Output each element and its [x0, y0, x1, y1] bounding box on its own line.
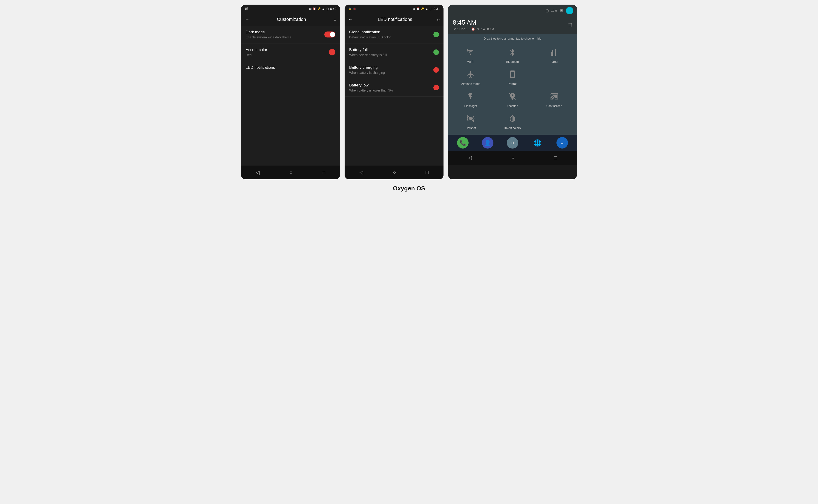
led-notifications-item[interactable]: LED notifications [241, 61, 340, 75]
qs-bluetooth[interactable]: Bluetooth [492, 45, 534, 67]
dark-mode-toggle[interactable] [324, 31, 335, 37]
qs-cast[interactable]: Cast screen [534, 89, 575, 111]
phone2-title: LED notifications [356, 17, 434, 22]
phone3-save-icon[interactable]: ⬚ [568, 22, 572, 28]
global-notification-dot[interactable] [434, 32, 439, 37]
phone2-wifi-icon: ▲ [426, 7, 428, 10]
photo-icon: 🖼 [245, 7, 248, 11]
dock-phone[interactable]: 📞 [457, 137, 469, 149]
phone2-lock-icon: 🔒 [348, 7, 351, 10]
phone1: 🖼 ▦ ⏰ 🔑 ▲ ◯ 8:40 ← Customization ⌕ Dark … [241, 5, 340, 179]
phone2-recent-nav[interactable]: □ [426, 169, 429, 175]
phone2-alarm-icon: ⏰ [417, 7, 420, 10]
battery-icon: ◯ [326, 7, 329, 10]
invert-label: Invert colors [505, 126, 521, 130]
battery-charging-title: Battery charging [349, 65, 434, 70]
qs-location[interactable]: Location [492, 89, 534, 111]
global-notification-subtitle: Default notification LED color [349, 35, 434, 39]
dock-chrome[interactable]: 🌐 [532, 137, 543, 149]
accent-color-subtitle: Red [246, 53, 329, 57]
battery-full-item[interactable]: Battery full When device battery is full [344, 43, 444, 61]
qs-portrait[interactable]: Portrait [492, 67, 534, 89]
dock-notes[interactable]: ≡ [557, 137, 568, 149]
battery-full-dot[interactable] [434, 49, 439, 55]
battery-charging-item[interactable]: Battery charging When battery is chargin… [344, 61, 444, 79]
wifi-label: Wi-Fi [467, 60, 474, 63]
phone2-key-icon: 🔑 [421, 7, 424, 10]
phone3-nav-bar: ◁ ○ □ [448, 151, 577, 165]
phone2-back-nav[interactable]: ◁ [359, 169, 363, 175]
accent-color-item[interactable]: Accent color Red [241, 43, 340, 61]
phone3-recent-nav[interactable]: □ [554, 155, 557, 161]
phone2-status-right: ▦ ⏰ 🔑 ▲ ◯ 9:31 [413, 7, 440, 11]
phone3-back-nav[interactable]: ◁ [468, 155, 472, 161]
dock-contacts[interactable]: 👤 [482, 137, 494, 149]
qs-flashlight[interactable]: Flashlight [450, 89, 492, 111]
phone1-back-nav[interactable]: ◁ [256, 169, 260, 175]
phone2-back-button[interactable]: ← [348, 17, 353, 22]
qs-invert[interactable]: Invert colors [492, 111, 534, 133]
hotspot-label: Hotspot [466, 126, 476, 130]
phone3-date-row: Sat, Dec 19 ⏰ Sun 4:00 AM [453, 27, 494, 31]
key-icon: 🔑 [317, 7, 321, 10]
dock-launcher[interactable]: ⠿ [507, 137, 518, 149]
phone3-home-nav[interactable]: ○ [511, 155, 514, 161]
battery-circle-icon: ◯ [546, 9, 549, 12]
phone2-content: Global notification Default notification… [344, 26, 444, 166]
phone1-status-left: 🖼 [245, 7, 248, 11]
battery-charging-dot[interactable] [434, 67, 439, 73]
qs-wifi[interactable]: Wi-Fi [450, 45, 492, 67]
phone1-back-button[interactable]: ← [245, 17, 249, 22]
phone2-nav-bar: ◁ ○ □ [344, 166, 444, 179]
phone3-avatar[interactable] [566, 7, 573, 14]
qs-hotspot[interactable]: Hotspot [450, 111, 492, 133]
signal-icon [550, 48, 559, 58]
battery-charging-text: Battery charging When battery is chargin… [349, 65, 434, 74]
battery-low-subtitle: When battery is lower than 5% [349, 89, 434, 92]
phone1-home-nav[interactable]: ○ [289, 169, 292, 175]
qs-airplane[interactable]: Airplane mode [450, 67, 492, 89]
flashlight-icon [467, 92, 475, 102]
phone1-nav-bar: ◁ ○ □ [241, 166, 340, 179]
flashlight-label: Flashlight [465, 104, 477, 108]
dark-mode-item[interactable]: Dark mode Enable system wide dark theme [241, 26, 340, 43]
phone1-status-bar: 🖼 ▦ ⏰ 🔑 ▲ ◯ 8:40 [241, 5, 340, 13]
phone3-top-info: 8:45 AM Sat, Dec 19 ⏰ Sun 4:00 AM ⬚ [448, 17, 577, 34]
phone2-vibrate-icon: ▦ [413, 7, 415, 10]
global-notification-title: Global notification [349, 30, 434, 34]
accent-color-dot[interactable] [329, 49, 335, 55]
battery-low-dot[interactable] [434, 85, 439, 90]
phone2-status-bar: 🔒 🐞 ▦ ⏰ 🔑 ▲ ◯ 9:31 [344, 5, 444, 13]
led-notifications-text: LED notifications [246, 65, 335, 71]
phone2-search-button[interactable]: ⌕ [437, 17, 440, 22]
global-notification-text: Global notification Default notification… [349, 30, 434, 39]
phone2-signal-icon: ◯ [430, 7, 432, 10]
qs-aircel[interactable]: Aircel [534, 45, 575, 67]
phone1-status-right: ▦ ⏰ 🔑 ▲ ◯ 8:40 [309, 7, 336, 11]
dark-mode-knob [330, 32, 335, 37]
phone2-bug-icon: 🐞 [353, 7, 356, 10]
phone2: 🔒 🐞 ▦ ⏰ 🔑 ▲ ◯ 9:31 ← LED notifications ⌕ [344, 5, 444, 179]
global-notification-item[interactable]: Global notification Default notification… [344, 26, 444, 43]
bluetooth-label: Bluetooth [506, 60, 519, 63]
phone2-home-nav[interactable]: ○ [393, 169, 396, 175]
battery-low-text: Battery low When battery is lower than 5… [349, 83, 434, 92]
location-label: Location [507, 104, 518, 108]
phone3-battery-percent: 19% [551, 9, 557, 12]
phone1-content: Dark mode Enable system wide dark theme … [241, 26, 340, 166]
phone1-search-button[interactable]: ⌕ [333, 17, 336, 22]
bluetooth-icon [509, 48, 517, 58]
phone1-top-bar: ← Customization ⌕ [241, 13, 340, 26]
battery-low-item[interactable]: Battery low When battery is lower than 5… [344, 79, 444, 97]
portrait-icon [509, 70, 517, 80]
phone3-settings-icon[interactable]: ⚙ [560, 8, 564, 13]
accent-color-text: Accent color Red [246, 48, 329, 57]
cast-icon [550, 92, 559, 102]
invert-icon [509, 114, 517, 124]
phone1-recent-nav[interactable]: □ [322, 169, 325, 175]
phone3-alarm-time: Sun 4:00 AM [477, 27, 494, 31]
phone3-drag-hint: Drag tiles to re-arrange, tap to show or… [448, 34, 577, 43]
alarm-icon: ⏰ [313, 7, 316, 10]
airplane-icon [467, 70, 475, 80]
phone3-status-bar: ◯ 19% ⚙ [448, 5, 577, 17]
